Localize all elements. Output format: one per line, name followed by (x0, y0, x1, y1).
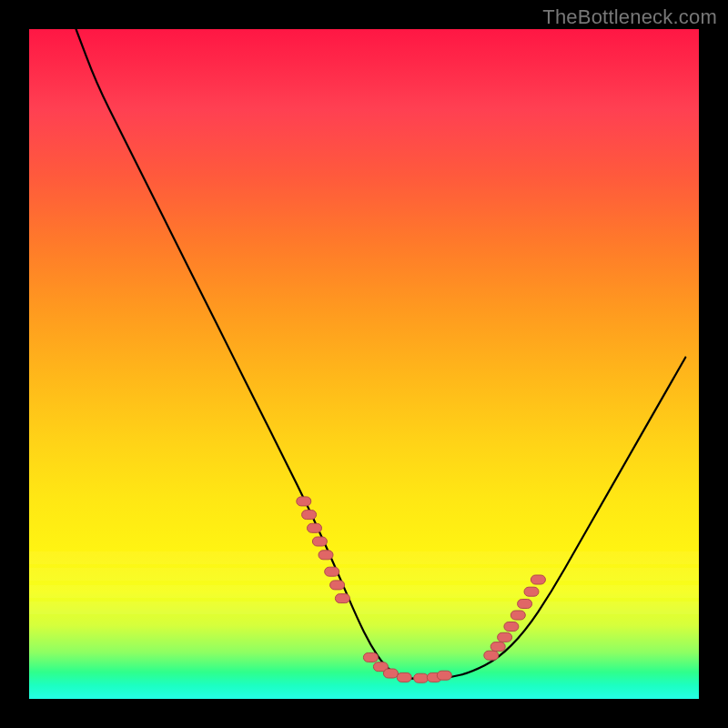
data-marker (383, 669, 398, 678)
data-marker (308, 523, 322, 532)
data-marker (414, 673, 429, 682)
data-marker (531, 575, 545, 584)
data-marker (437, 671, 451, 680)
plot-area (29, 29, 699, 699)
chart-frame (29, 29, 699, 699)
data-marker (335, 594, 349, 603)
data-marker (524, 587, 539, 596)
data-marker (297, 497, 311, 506)
data-marker (302, 511, 317, 520)
curve-layer (29, 29, 699, 699)
watermark-text: TheBottleneck.com (542, 5, 717, 29)
data-marker (518, 600, 532, 609)
data-marker (511, 611, 525, 620)
data-marker (318, 551, 333, 560)
data-marker (397, 672, 411, 682)
data-marker (330, 581, 345, 590)
data-marker (312, 537, 327, 546)
data-marker (490, 642, 505, 652)
data-marker (504, 622, 519, 632)
data-marker (363, 652, 378, 662)
data-markers (297, 497, 546, 682)
bottleneck-curve (76, 29, 686, 679)
data-marker (484, 651, 499, 660)
data-marker (325, 567, 339, 576)
data-marker (498, 632, 512, 642)
